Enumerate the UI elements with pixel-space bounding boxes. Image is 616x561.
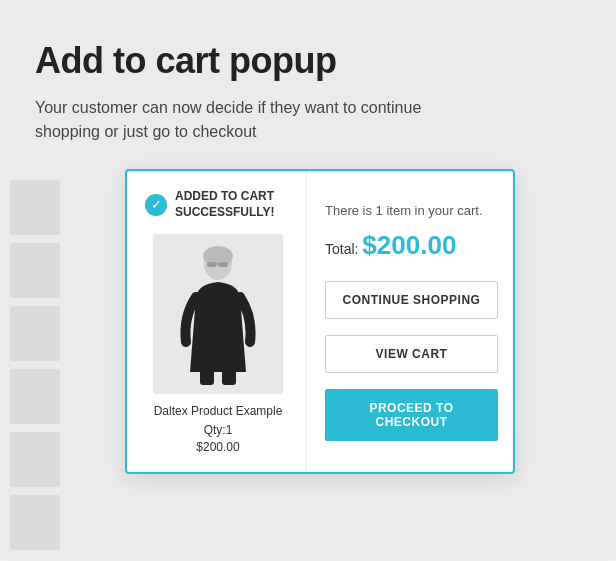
cart-total: Total: $200.00: [325, 230, 498, 261]
product-price: $200.00: [196, 440, 239, 454]
add-to-cart-popup: ✓ ADDED TO CART SUCCESSFULLY!: [125, 169, 515, 474]
popup-header: ✓ ADDED TO CART SUCCESSFULLY!: [145, 189, 291, 220]
product-image: [153, 234, 283, 394]
cart-item-count: There is 1 item in your cart.: [325, 203, 498, 218]
continue-shopping-button[interactable]: CONTINUE SHOPPING: [325, 281, 498, 319]
main-content: Add to cart popup Your customer can now …: [0, 0, 616, 494]
check-icon: ✓: [145, 194, 167, 216]
view-cart-button[interactable]: VIEW CART: [325, 335, 498, 373]
popup-right-panel: There is 1 item in your cart. Total: $20…: [307, 171, 513, 472]
proceed-to-checkout-button[interactable]: PROCEED TO CHECKOUT: [325, 389, 498, 441]
svg-rect-2: [200, 370, 214, 385]
product-name: Daltex Product Example: [154, 404, 283, 418]
product-qty: Qty:1: [204, 423, 233, 437]
svg-rect-3: [222, 370, 236, 385]
svg-rect-4: [207, 262, 216, 267]
popup-left-panel: ✓ ADDED TO CART SUCCESSFULLY!: [127, 171, 307, 472]
svg-rect-5: [219, 262, 228, 267]
total-label: Total:: [325, 241, 358, 257]
page-title: Add to cart popup: [35, 40, 581, 82]
page-subtitle: Your customer can now decide if they wan…: [35, 96, 465, 144]
added-to-cart-label: ADDED TO CART SUCCESSFULLY!: [175, 189, 291, 220]
total-amount: $200.00: [362, 230, 456, 260]
